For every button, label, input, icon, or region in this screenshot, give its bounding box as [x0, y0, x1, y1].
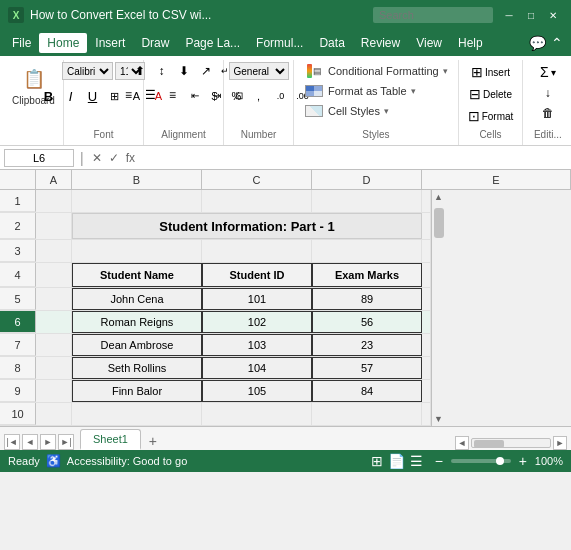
cell-c9[interactable]: 105 [202, 380, 312, 402]
normal-view-button[interactable]: ⊞ [368, 453, 386, 469]
add-sheet-button[interactable]: + [143, 432, 163, 450]
align-right-button[interactable]: ≡ [163, 86, 183, 104]
scroll-up-button[interactable]: ▲ [432, 190, 446, 204]
cell-c8[interactable]: 104 [202, 357, 312, 379]
col-header-e[interactable]: E [422, 170, 571, 189]
cell-a4[interactable] [36, 263, 72, 287]
cell-a5[interactable] [36, 288, 72, 310]
scroll-left-button[interactable]: ◄ [455, 436, 469, 450]
cell-d1[interactable] [312, 190, 422, 212]
cell-b6[interactable]: Roman Reigns [72, 311, 202, 333]
cell-a3[interactable] [36, 240, 72, 262]
cell-d9[interactable]: 84 [312, 380, 422, 402]
horizontal-scrollbar[interactable]: ◄ ► [455, 436, 567, 450]
scroll-right-button[interactable]: ► [553, 436, 567, 450]
title-search-input[interactable] [373, 7, 493, 23]
autosum-button[interactable]: Σ ▾ [537, 62, 559, 82]
confirm-formula-icon[interactable]: ✓ [107, 151, 121, 165]
italic-button[interactable]: I [61, 87, 81, 105]
cell-d6[interactable]: 56 [312, 311, 422, 333]
cell-b3[interactable] [72, 240, 202, 262]
menu-home[interactable]: Home [39, 33, 87, 53]
cell-e6[interactable] [422, 311, 431, 333]
cell-b4[interactable]: Student Name [72, 263, 202, 287]
h-scroll-track[interactable] [471, 438, 551, 448]
scroll-down-button[interactable]: ▼ [432, 412, 446, 426]
cell-e2[interactable] [422, 213, 431, 239]
menu-data[interactable]: Data [311, 33, 352, 53]
percent-button[interactable]: % [227, 87, 247, 105]
vertical-scrollbar[interactable]: ▲ ▼ [431, 190, 445, 426]
cell-c7[interactable]: 103 [202, 334, 312, 356]
format-table-button[interactable]: Format as Table ▾ [300, 82, 452, 100]
cell-d10[interactable] [312, 403, 422, 425]
cell-styles-button[interactable]: Cell Styles ▾ [300, 102, 452, 120]
cell-c1[interactable] [202, 190, 312, 212]
cell-a9[interactable] [36, 380, 72, 402]
tab-first-button[interactable]: |◄ [4, 434, 20, 450]
col-header-d[interactable]: D [312, 170, 422, 189]
comma-button[interactable]: , [249, 87, 269, 105]
minimize-button[interactable]: ─ [499, 5, 519, 25]
menu-draw[interactable]: Draw [133, 33, 177, 53]
cell-c10[interactable] [202, 403, 312, 425]
font-family-select[interactable]: Calibri [62, 62, 113, 80]
cell-e3[interactable] [422, 240, 431, 262]
name-box[interactable] [4, 149, 74, 167]
cell-b8[interactable]: Seth Rollins [72, 357, 202, 379]
cell-c4[interactable]: Student ID [202, 263, 312, 287]
page-layout-view-button[interactable]: 📄 [388, 453, 406, 469]
menu-review[interactable]: Review [353, 33, 408, 53]
cell-b5[interactable]: John Cena [72, 288, 202, 310]
zoom-out-button[interactable]: − [430, 453, 448, 469]
format-cells-button[interactable]: ⊡ Format [465, 106, 517, 126]
bold-button[interactable]: B [39, 87, 59, 105]
menu-view[interactable]: View [408, 33, 450, 53]
cell-b2-merged[interactable]: Student Information: Part - 1 [72, 213, 422, 239]
currency-button[interactable]: $ [205, 87, 225, 105]
cell-c3[interactable] [202, 240, 312, 262]
cell-d4[interactable]: Exam Marks [312, 263, 422, 287]
scroll-track[interactable] [432, 204, 445, 412]
fill-button[interactable]: ↓ [542, 84, 554, 102]
ribbon-collapse-icon[interactable]: ⌃ [547, 33, 567, 53]
maximize-button[interactable]: □ [521, 5, 541, 25]
cell-e7[interactable] [422, 334, 431, 356]
align-bottom-button[interactable]: ⬇ [174, 62, 194, 80]
scroll-thumb[interactable] [434, 208, 444, 238]
decrease-indent-button[interactable]: ⇤ [185, 86, 205, 104]
tab-next-button[interactable]: ► [40, 434, 56, 450]
cell-e4[interactable] [422, 263, 431, 287]
cell-d3[interactable] [312, 240, 422, 262]
conditional-formatting-button[interactable]: ▤ Conditional Formatting ▾ [300, 62, 452, 80]
cell-c6[interactable]: 102 [202, 311, 312, 333]
col-header-b[interactable]: B [72, 170, 202, 189]
cell-d8[interactable]: 57 [312, 357, 422, 379]
zoom-in-button[interactable]: + [514, 453, 532, 469]
insert-function-icon[interactable]: fx [124, 151, 137, 165]
cell-d5[interactable]: 89 [312, 288, 422, 310]
cell-c5[interactable]: 101 [202, 288, 312, 310]
insert-cells-button[interactable]: ⊞ Insert [468, 62, 513, 82]
menu-help[interactable]: Help [450, 33, 491, 53]
cancel-formula-icon[interactable]: ✕ [90, 151, 104, 165]
cell-d7[interactable]: 23 [312, 334, 422, 356]
h-scroll-thumb[interactable] [474, 440, 504, 448]
number-format-select[interactable]: General [229, 62, 289, 80]
menu-pagelayout[interactable]: Page La... [177, 33, 248, 53]
menu-formulas[interactable]: Formul... [248, 33, 311, 53]
cell-b1[interactable] [72, 190, 202, 212]
cell-b9[interactable]: Finn Balor [72, 380, 202, 402]
cell-a2[interactable] [36, 213, 72, 239]
cell-e8[interactable] [422, 357, 431, 379]
align-left-button[interactable]: ≡ [119, 86, 139, 104]
cell-e10[interactable] [422, 403, 431, 425]
zoom-slider[interactable] [451, 459, 511, 463]
cell-a7[interactable] [36, 334, 72, 356]
clear-button[interactable]: 🗑 [539, 104, 557, 122]
cell-e5[interactable] [422, 288, 431, 310]
sheet-tab-sheet1[interactable]: Sheet1 [80, 429, 141, 450]
select-all-button[interactable] [0, 170, 36, 189]
col-header-a[interactable]: A [36, 170, 72, 189]
cell-b7[interactable]: Dean Ambrose [72, 334, 202, 356]
